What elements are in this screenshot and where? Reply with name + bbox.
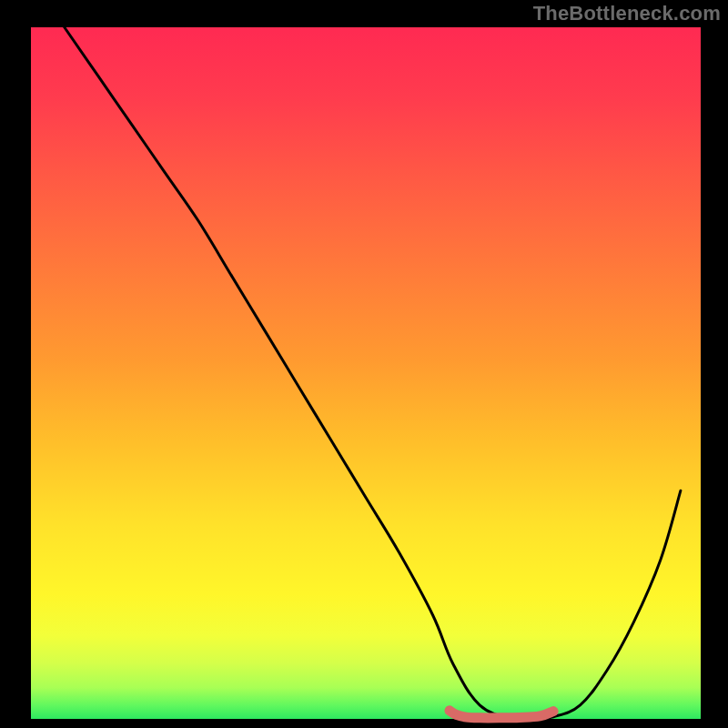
gradient-background	[31, 27, 701, 719]
bottleneck-chart	[0, 0, 728, 728]
chart-container: TheBottleneck.com	[0, 0, 728, 728]
watermark-label: TheBottleneck.com	[533, 2, 721, 25]
